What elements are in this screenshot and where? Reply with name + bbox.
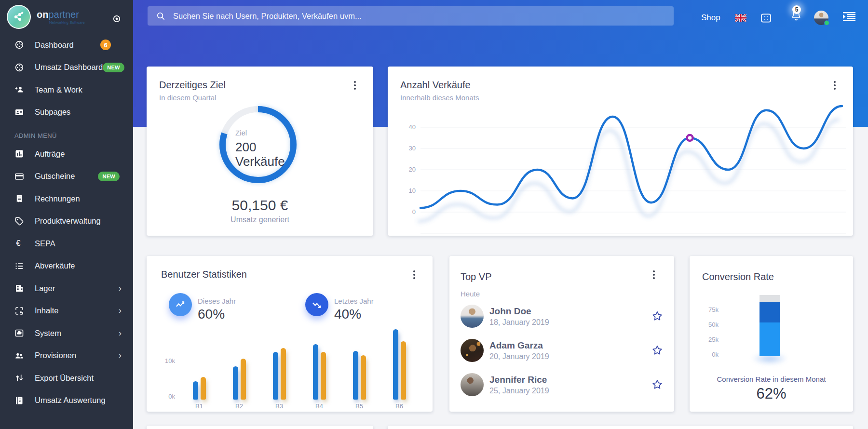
sidebar-item-lager[interactable]: Lager› <box>0 277 133 300</box>
card-title: Top VP <box>461 271 491 282</box>
bar-B2-previous <box>241 359 246 400</box>
bar-category-label: B3 <box>268 402 290 410</box>
svg-text:€: € <box>16 239 20 248</box>
sidebar-item-provisionen[interactable]: Provisionen› <box>0 345 133 367</box>
sidebar-item-label: Gutscheine <box>35 172 75 181</box>
avatar <box>461 339 484 362</box>
bar-B2-current <box>233 366 238 400</box>
vp-list-item[interactable]: Jennifer Rice25, January 2019 <box>461 373 663 396</box>
bar-chart-icon <box>14 149 24 159</box>
sidebar-item-subpages[interactable]: Subpages <box>0 101 133 124</box>
star-icon[interactable] <box>651 310 664 322</box>
avatar <box>461 373 484 396</box>
card-subtitle: Heute <box>461 290 480 298</box>
sidebar-toggle-icon[interactable] <box>113 15 121 23</box>
bar-category-label: B5 <box>348 402 370 410</box>
cloud-icon <box>14 328 24 338</box>
conversion-caption: Conversion Rate in diesem Monat <box>690 375 853 383</box>
sidebar: onpartner Networking Software Dashboard6… <box>0 0 133 429</box>
brand-name: onpartner Networking Software <box>37 10 85 25</box>
search-bar[interactable] <box>148 6 674 26</box>
svg-text:10: 10 <box>409 187 416 194</box>
sidebar-item-label: Inhalte <box>35 306 59 315</box>
vp-list-item[interactable]: John Doe18, January 2019 <box>461 305 663 328</box>
kebab-menu-icon[interactable] <box>653 270 655 279</box>
bar-B3-previous <box>281 348 286 400</box>
star-icon[interactable] <box>651 344 664 357</box>
sidebar-item-inhalte[interactable]: Inhalte› <box>0 300 133 322</box>
person-name: John Doe <box>489 306 531 317</box>
bar-B1-current <box>193 381 198 400</box>
chevron-right-icon: › <box>119 328 122 337</box>
sidebar-item-auftr-ge[interactable]: Aufträge <box>0 143 133 165</box>
vp-list-item[interactable]: Adam Garza20, January 2019 <box>461 339 663 362</box>
person-date: 20, January 2019 <box>489 352 549 361</box>
report-icon <box>14 396 24 405</box>
bar-B6-previous <box>401 341 406 400</box>
star-icon[interactable] <box>651 378 664 391</box>
axis-label: 50k <box>699 321 719 328</box>
sidebar-item-gutscheine[interactable]: GutscheineNEW <box>0 165 133 188</box>
count-badge: 6 <box>100 40 111 50</box>
indent-menu-icon[interactable] <box>843 12 855 21</box>
dashboard-icon <box>14 63 24 72</box>
brand-logo[interactable]: onpartner Networking Software <box>0 0 133 34</box>
trending-down-icon <box>305 293 328 316</box>
notification-badge: 5 <box>792 5 801 14</box>
chevron-right-icon: › <box>119 283 122 293</box>
conversion-rate-card: Conversion Rate 75k 50k 25k 0k Conversio… <box>690 256 853 412</box>
language-flag-icon[interactable] <box>735 14 746 22</box>
current-goal-card: Derzeitiges Ziel In diesem Quartal Ziel … <box>147 67 373 236</box>
search-input[interactable] <box>173 12 607 21</box>
stat-value: 60% <box>198 307 225 322</box>
sidebar-item-umsatz-dashboard[interactable]: Umsatz DashboardNEW <box>0 56 133 79</box>
sidebar-item-sepa[interactable]: €SEPA <box>0 232 133 255</box>
contact-card-icon <box>14 107 24 117</box>
kebab-menu-icon[interactable] <box>413 270 415 279</box>
sidebar-item-abverk-ufe[interactable]: Abverkäufe <box>0 255 133 278</box>
sidebar-item-label: Umsatz Dashboard <box>35 63 103 72</box>
sidebar-item-rechnungen[interactable]: Rechnungen <box>0 188 133 210</box>
search-icon <box>156 12 165 21</box>
card-subtitle: In diesem Quartal <box>159 94 216 102</box>
sidebar-item-dashboard[interactable]: Dashboard6 <box>0 34 133 56</box>
bar-B4-previous <box>321 352 326 400</box>
receipt-icon <box>14 194 24 203</box>
kebab-menu-icon[interactable] <box>354 81 356 90</box>
card-title: Derzeitiges Ziel <box>159 80 226 91</box>
line-marker-point <box>687 135 693 141</box>
sidebar-item-export-bersicht[interactable]: Export Übersicht <box>0 367 133 389</box>
sidebar-item-label: System <box>35 329 61 338</box>
sales-line-chart: 010203040 <box>388 67 853 236</box>
sidebar-item-label: Abverkäufe <box>35 261 75 270</box>
sidebar-item-label: Export Übersicht <box>35 374 94 383</box>
svg-text:20: 20 <box>409 166 416 173</box>
conversion-value: 62% <box>690 385 853 402</box>
sidebar-item-system[interactable]: System› <box>0 322 133 345</box>
bar-category-label: B6 <box>388 402 410 410</box>
sidebar-item-produktverwaltung[interactable]: Produktverwaltung <box>0 210 133 233</box>
fullscreen-icon[interactable] <box>760 13 772 24</box>
user-avatar[interactable] <box>814 11 828 25</box>
building-icon <box>14 283 24 293</box>
svg-text:0: 0 <box>412 208 416 215</box>
sidebar-item-label: Umsatz Auswertung <box>35 396 106 405</box>
sidebar-item-label: SEPA <box>35 239 55 248</box>
sidebar-item-label: Team & Work <box>35 85 82 94</box>
sidebar-item-team-work[interactable]: Team & Work <box>0 79 133 101</box>
share-network-icon <box>12 10 26 24</box>
credit-card-icon <box>14 172 24 181</box>
person-add-icon <box>14 85 24 94</box>
sidebar-item-label: Provisionen <box>35 351 76 360</box>
top-vp-card: Top VP Heute John Doe18, January 2019Ada… <box>449 256 674 412</box>
stat-label: Letztes Jahr <box>334 297 374 305</box>
bar-axis-label: 10k <box>156 357 175 364</box>
sidebar-item-label: Subpages <box>35 107 70 117</box>
sidebar-item-umsatz-auswertung[interactable]: Umsatz Auswertung <box>0 389 133 412</box>
shop-link[interactable]: Shop <box>701 13 720 23</box>
bar-axis-label: 0k <box>156 393 175 400</box>
person-date: 25, January 2019 <box>489 387 549 395</box>
bar-B1-previous <box>201 377 206 400</box>
card-title: Benutzer Statistiken <box>161 269 247 280</box>
stat-value: 40% <box>334 307 361 322</box>
